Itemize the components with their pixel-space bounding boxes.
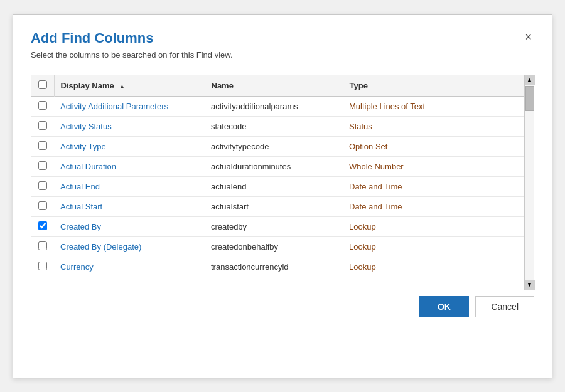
table-scroll-inner: Display Name ▲ Name Type Activity Additi… <box>31 75 524 290</box>
scrollbar: ▲ ▼ <box>524 75 534 290</box>
table-row: Actual DurationactualdurationminutesWhol… <box>31 156 524 176</box>
row-field-name: actualdurationminutes <box>205 156 343 176</box>
row-display-name: Activity Status <box>54 116 205 136</box>
scroll-down-button[interactable]: ▼ <box>525 280 535 290</box>
row-checkbox-cell[interactable] <box>31 116 54 136</box>
row-checkbox-cell[interactable] <box>31 236 54 257</box>
table-row: Created By (Delegate)createdonbehalfbyLo… <box>31 236 524 257</box>
row-type: Lookup <box>343 257 524 277</box>
header-name: Name <box>205 75 343 97</box>
header-checkbox-col[interactable] <box>31 75 54 97</box>
table-row: Created BycreatedbyLookup <box>31 216 524 236</box>
row-field-name: actualend <box>205 176 343 196</box>
row-display-name: Created By <box>54 216 205 236</box>
scroll-up-button[interactable]: ▲ <box>525 75 535 85</box>
ok-button[interactable]: OK <box>419 296 469 317</box>
table-row: Activity TypeactivitytypecodeOption Set <box>31 136 524 156</box>
row-type: Date and Time <box>343 196 524 216</box>
select-all-checkbox[interactable] <box>38 80 47 89</box>
row-type: Multiple Lines of Text <box>343 96 524 116</box>
row-checkbox[interactable] <box>38 101 47 110</box>
dialog-footer: OK Cancel <box>31 296 534 317</box>
row-display-name: Created By (Delegate) <box>54 236 205 257</box>
row-checkbox-cell[interactable] <box>31 156 54 176</box>
table-row: Activity StatusstatecodeStatus <box>31 116 524 136</box>
table-header-row: Display Name ▲ Name Type <box>31 75 524 97</box>
dialog-header: Add Find Columns × <box>31 30 534 46</box>
table-row: CurrencytransactioncurrencyidLookup <box>31 257 524 277</box>
row-checkbox[interactable] <box>38 161 47 170</box>
row-type: Date and Time <box>343 176 524 196</box>
row-type: Status <box>343 116 524 136</box>
row-field-name: statecode <box>205 116 343 136</box>
table-row: Actual StartactualstartDate and Time <box>31 196 524 216</box>
row-display-name: Activity Type <box>54 136 205 156</box>
row-checkbox-cell[interactable] <box>31 96 54 116</box>
row-field-name: createdonbehalfby <box>205 236 343 257</box>
scroll-thumb[interactable] <box>525 86 534 111</box>
dialog-title: Add Find Columns <box>31 30 154 46</box>
table-body: Activity Additional Parametersactivityad… <box>31 96 524 277</box>
row-checkbox[interactable] <box>38 121 47 130</box>
dialog-subtitle: Select the columns to be searched on for… <box>31 50 534 60</box>
row-type: Whole Number <box>343 156 524 176</box>
row-type: Lookup <box>343 216 524 236</box>
table-row: Activity Additional Parametersactivityad… <box>31 96 524 116</box>
row-field-name: createdby <box>205 216 343 236</box>
row-checkbox-cell[interactable] <box>31 196 54 216</box>
row-display-name: Activity Additional Parameters <box>54 96 205 116</box>
row-checkbox[interactable] <box>38 262 47 270</box>
row-display-name: Actual Duration <box>54 156 205 176</box>
row-display-name: Currency <box>54 257 205 277</box>
header-display-name: Display Name ▲ <box>54 75 205 97</box>
row-checkbox[interactable] <box>38 241 47 250</box>
row-checkbox[interactable] <box>38 201 47 210</box>
row-type: Option Set <box>343 136 524 156</box>
sort-arrow-icon: ▲ <box>119 83 125 90</box>
table-row: Actual EndactualendDate and Time <box>31 176 524 196</box>
table-container: Display Name ▲ Name Type Activity Additi… <box>31 75 524 277</box>
row-field-name: activityadditionalparams <box>205 96 343 116</box>
row-checkbox[interactable] <box>38 141 47 150</box>
row-field-name: actualstart <box>205 196 343 216</box>
row-checkbox-cell[interactable] <box>31 176 54 196</box>
row-type: Lookup <box>343 236 524 257</box>
columns-table: Display Name ▲ Name Type Activity Additi… <box>31 75 524 277</box>
row-checkbox-cell[interactable] <box>31 136 54 156</box>
row-checkbox-cell[interactable] <box>31 216 54 236</box>
table-outer: Display Name ▲ Name Type Activity Additi… <box>31 75 534 290</box>
row-checkbox-cell[interactable] <box>31 257 54 277</box>
add-find-columns-dialog: Add Find Columns × Select the columns to… <box>13 14 552 378</box>
row-display-name: Actual End <box>54 176 205 196</box>
row-checkbox[interactable] <box>38 221 47 230</box>
row-field-name: transactioncurrencyid <box>205 257 343 277</box>
header-type: Type <box>343 75 524 97</box>
row-checkbox[interactable] <box>38 181 47 190</box>
row-field-name: activitytypecode <box>205 136 343 156</box>
close-button[interactable]: × <box>522 30 534 44</box>
cancel-button[interactable]: Cancel <box>475 296 534 317</box>
row-display-name: Actual Start <box>54 196 205 216</box>
